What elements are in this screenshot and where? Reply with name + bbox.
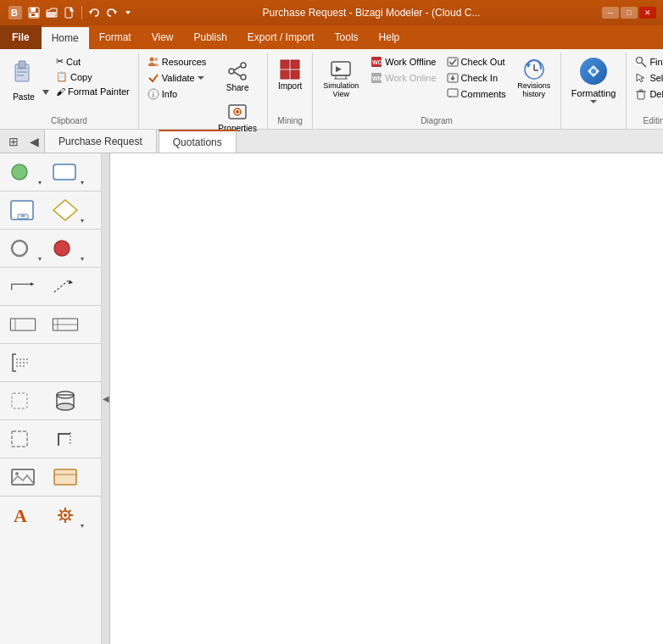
intermediate-event-tool[interactable]: ▾	[46, 233, 85, 264]
redo-btn[interactable]	[104, 5, 120, 20]
ribbon: Paste ✂ Cut 📋 Copy 🖌 Format Painter	[0, 49, 663, 130]
undo-btn[interactable]	[86, 5, 102, 20]
tab-grid-btn[interactable]: ⊞	[3, 130, 24, 153]
check-out-icon	[447, 56, 459, 68]
paste-dropdown[interactable]	[42, 54, 49, 105]
formatting-btn[interactable]: Formatting	[566, 54, 621, 108]
text-tool[interactable]: A	[3, 500, 42, 530]
quick-save-btn[interactable]	[26, 5, 42, 20]
svg-text:WO: WO	[372, 59, 382, 65]
svg-line-96	[70, 510, 71, 512]
resources-btn[interactable]: Resources	[144, 54, 210, 69]
quick-open-btn[interactable]	[44, 5, 59, 20]
menu-view[interactable]: View	[142, 25, 184, 49]
svg-point-65	[54, 241, 70, 256]
gateway-tool[interactable]: ▾	[46, 195, 85, 225]
minimize-btn[interactable]: ─	[602, 7, 619, 19]
sub-process-tool[interactable]	[3, 195, 42, 225]
sub-corner-tool[interactable]	[46, 424, 85, 454]
tools-row-9: A ▾	[0, 497, 101, 534]
work-online-icon: WN	[370, 72, 382, 84]
format-painter-btn[interactable]: 🖌 Format Painter	[53, 85, 133, 98]
menu-export-import[interactable]: Export / Import	[237, 25, 325, 49]
svg-rect-29	[281, 60, 289, 69]
window-controls: ─ □ ✕	[602, 7, 656, 19]
collapse-handle[interactable]: ◀	[102, 153, 110, 644]
data-store-tool[interactable]	[46, 386, 85, 416]
annotation-box-tool[interactable]	[46, 462, 85, 492]
formatting-group: Formatting	[561, 53, 627, 129]
work-offline-btn[interactable]: WO Work Offline	[367, 54, 439, 69]
editing-col: Find Select Delete	[632, 54, 663, 102]
menu-format[interactable]: Format	[89, 25, 142, 49]
end-event-tool[interactable]: ▾	[3, 233, 42, 264]
tab-purchase-request[interactable]: Purchase Request	[44, 130, 157, 153]
mining-group: Import Mining	[268, 53, 313, 129]
start-event-arrow: ▾	[38, 179, 42, 186]
share-btn[interactable]: Share	[213, 56, 262, 96]
menu-file[interactable]: File	[0, 25, 42, 49]
svg-marker-63	[53, 200, 77, 220]
svg-rect-31	[281, 70, 289, 79]
cut-icon: ✂	[56, 56, 64, 67]
tools-row-4	[0, 306, 101, 344]
lane-tool[interactable]	[46, 309, 85, 340]
canvas-area[interactable]	[110, 153, 663, 644]
quick-new-btn[interactable]	[62, 5, 77, 20]
svg-rect-68	[10, 319, 35, 330]
svg-rect-11	[19, 61, 25, 68]
tools-row-3	[0, 268, 101, 306]
svg-rect-5	[31, 14, 35, 16]
menu-publish[interactable]: Publish	[184, 25, 237, 49]
maximize-btn[interactable]: □	[621, 7, 638, 19]
dropdown-arrow[interactable]	[122, 7, 134, 19]
svg-text:i: i	[152, 91, 154, 99]
start-event-tool[interactable]: ▾	[3, 157, 42, 187]
comments-btn[interactable]: Comments	[443, 86, 510, 102]
main-area: ▾ ▾ ▾	[0, 153, 663, 644]
sequence-flow-tool[interactable]	[3, 271, 42, 302]
menu-help[interactable]: Help	[369, 25, 410, 49]
select-icon	[635, 72, 647, 84]
close-btn[interactable]: ✕	[639, 7, 656, 19]
diagram-col2: Check Out Check In Comments	[443, 54, 510, 102]
svg-point-17	[154, 58, 158, 61]
settings-tool[interactable]: ▾	[46, 500, 85, 530]
text-annotation-tool[interactable]	[3, 347, 42, 378]
tab-back-btn[interactable]: ◀	[24, 130, 44, 153]
paste-btn[interactable]: Paste	[5, 54, 42, 105]
svg-text:A: A	[14, 505, 27, 526]
clipboard-group: Paste ✂ Cut 📋 Copy 🖌 Format Painter	[0, 53, 139, 129]
svg-line-24	[234, 66, 241, 70]
menu-tools[interactable]: Tools	[325, 25, 369, 49]
selection-tool[interactable]	[3, 424, 42, 454]
task-tool[interactable]: ▾	[46, 157, 85, 187]
delete-btn[interactable]: Delete	[632, 86, 663, 102]
revisions-history-btn[interactable]: Revisionshistory	[513, 54, 555, 102]
svg-rect-43	[448, 58, 458, 66]
window-title: Purchase Request - Bizagi Modeler - (Clo…	[141, 7, 602, 19]
default-flow-tool[interactable]	[46, 271, 85, 302]
app-icon[interactable]: B	[7, 4, 24, 21]
info-btn[interactable]: i Info	[144, 86, 210, 102]
select-btn[interactable]: Select	[632, 70, 663, 86]
tools-row-7	[0, 420, 101, 458]
validate-btn[interactable]: Validate	[144, 70, 210, 86]
menu-home[interactable]: Home	[42, 25, 89, 49]
copy-btn[interactable]: 📋 Copy	[53, 69, 133, 84]
none-start-tool[interactable]	[3, 386, 42, 416]
svg-rect-30	[291, 60, 299, 69]
pool-tool[interactable]	[3, 309, 42, 340]
tab-quotations[interactable]: Quotations	[159, 130, 237, 153]
simulation-view-btn[interactable]: ▶ SimulationView	[318, 54, 364, 102]
find-btn[interactable]: Find	[632, 54, 663, 69]
work-online-btn[interactable]: WN Work Online	[367, 70, 439, 86]
cut-btn[interactable]: ✂ Cut	[53, 54, 133, 69]
image-tool[interactable]	[3, 462, 42, 492]
check-in-icon	[447, 72, 459, 84]
check-out-btn[interactable]: Check Out	[443, 54, 510, 69]
svg-point-52	[637, 58, 643, 64]
editing-group: Find Select Delete Edit	[627, 53, 663, 129]
check-in-btn[interactable]: Check In	[443, 70, 510, 86]
import-btn[interactable]: Import	[273, 54, 307, 94]
